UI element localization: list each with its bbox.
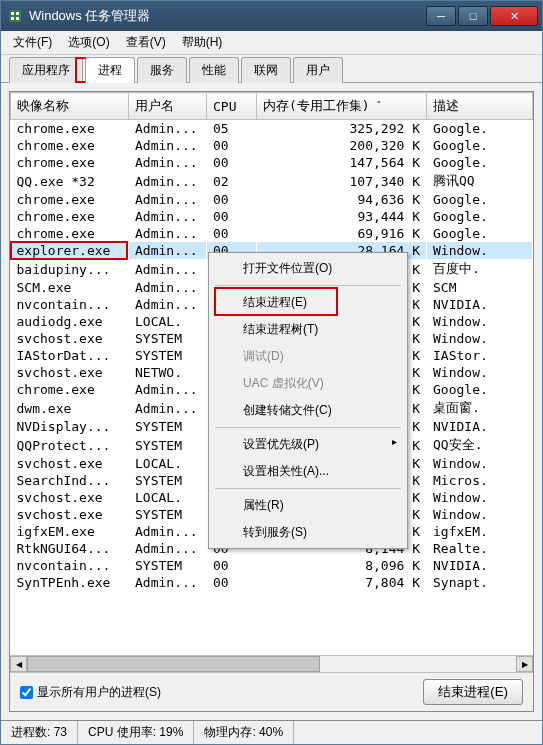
- table-row[interactable]: chrome.exeAdmin...0094,636 KGoogle.: [11, 191, 533, 208]
- cell-image: nvcontain...: [11, 557, 129, 574]
- ctx-debug: 调试(D): [211, 343, 405, 370]
- cell-image: dwm.exe: [11, 398, 129, 418]
- menu-options[interactable]: 选项(O): [60, 31, 117, 54]
- cell-desc: Window.: [427, 489, 533, 506]
- tab-users[interactable]: 用户: [293, 57, 343, 83]
- menu-file[interactable]: 文件(F): [5, 31, 60, 54]
- cell-image: svchost.exe: [11, 489, 129, 506]
- cell-image: chrome.exe: [11, 381, 129, 398]
- scroll-track[interactable]: [27, 656, 516, 672]
- tab-services[interactable]: 服务: [137, 57, 187, 83]
- show-all-users-label[interactable]: 显示所有用户的进程(S): [20, 684, 161, 701]
- ctx-affinity[interactable]: 设置相关性(A)...: [211, 458, 405, 485]
- tab-networking[interactable]: 联网: [241, 57, 291, 83]
- ctx-properties[interactable]: 属性(R): [211, 492, 405, 519]
- cell-user: SYSTEM: [129, 347, 207, 364]
- cell-mem: 8,096 K: [257, 557, 427, 574]
- ctx-end-process[interactable]: 结束进程(E): [211, 289, 405, 316]
- ctx-priority[interactable]: 设置优先级(P): [211, 431, 405, 458]
- scroll-thumb[interactable]: [27, 656, 320, 672]
- cell-image: audiodg.exe: [11, 313, 129, 330]
- ctx-create-dump[interactable]: 创建转储文件(C): [211, 397, 405, 424]
- cell-desc: NVIDIA.: [427, 557, 533, 574]
- cell-user: Admin...: [129, 208, 207, 225]
- cell-mem: 94,636 K: [257, 191, 427, 208]
- cell-user: Admin...: [129, 259, 207, 279]
- menu-view[interactable]: 查看(V): [118, 31, 174, 54]
- close-button[interactable]: ✕: [490, 6, 538, 26]
- col-description[interactable]: 描述: [427, 93, 533, 120]
- scroll-left-icon[interactable]: ◀: [10, 656, 27, 672]
- minimize-button[interactable]: ─: [426, 6, 456, 26]
- cell-user: Admin...: [129, 540, 207, 557]
- cell-image: nvcontain...: [11, 296, 129, 313]
- ctx-open-location[interactable]: 打开文件位置(O): [211, 255, 405, 282]
- content-panel: 映像名称 用户名 CPU 内存(专用工作集) 描述 chrome.exeAdmi…: [9, 91, 534, 712]
- cell-desc: NVIDIA.: [427, 296, 533, 313]
- show-all-users-text: 显示所有用户的进程(S): [37, 684, 161, 701]
- menu-help[interactable]: 帮助(H): [174, 31, 231, 54]
- table-row[interactable]: chrome.exeAdmin...0093,444 KGoogle.: [11, 208, 533, 225]
- cell-desc: Google.: [427, 137, 533, 154]
- cell-desc: IAStor.: [427, 347, 533, 364]
- table-row[interactable]: chrome.exeAdmin...0069,916 KGoogle.: [11, 225, 533, 242]
- table-row[interactable]: chrome.exeAdmin...00200,320 KGoogle.: [11, 137, 533, 154]
- cell-image: chrome.exe: [11, 225, 129, 242]
- table-row[interactable]: chrome.exeAdmin...00147,564 KGoogle.: [11, 154, 533, 171]
- tab-applications[interactable]: 应用程序: [9, 57, 83, 83]
- show-all-users-checkbox[interactable]: [20, 686, 33, 699]
- ctx-end-tree[interactable]: 结束进程树(T): [211, 316, 405, 343]
- process-table-wrap[interactable]: 映像名称 用户名 CPU 内存(专用工作集) 描述 chrome.exeAdmi…: [10, 92, 533, 655]
- status-cpu-usage: CPU 使用率: 19%: [78, 721, 194, 744]
- tab-processes[interactable]: 进程: [85, 57, 135, 83]
- tab-performance[interactable]: 性能: [189, 57, 239, 83]
- cell-desc: Google.: [427, 381, 533, 398]
- status-memory-usage: 物理内存: 40%: [194, 721, 294, 744]
- cell-desc: igfxEM.: [427, 523, 533, 540]
- cell-cpu: 00: [207, 137, 257, 154]
- col-cpu[interactable]: CPU: [207, 93, 257, 120]
- cell-desc: 桌面窗.: [427, 398, 533, 418]
- cell-mem: 93,444 K: [257, 208, 427, 225]
- cell-user: Admin...: [129, 154, 207, 171]
- maximize-button[interactable]: □: [458, 6, 488, 26]
- cell-user: Admin...: [129, 398, 207, 418]
- separator: [215, 285, 401, 286]
- cell-image: chrome.exe: [11, 154, 129, 171]
- cell-desc: Realte.: [427, 540, 533, 557]
- cell-cpu: 05: [207, 120, 257, 138]
- cell-desc: Google.: [427, 225, 533, 242]
- col-user[interactable]: 用户名: [129, 93, 207, 120]
- cell-mem: 7,804 K: [257, 574, 427, 591]
- separator: [215, 427, 401, 428]
- titlebar[interactable]: Windows 任务管理器 ─ □ ✕: [1, 1, 542, 31]
- table-row[interactable]: chrome.exeAdmin...05325,292 KGoogle.: [11, 120, 533, 138]
- cell-image: svchost.exe: [11, 364, 129, 381]
- cell-desc: Window.: [427, 364, 533, 381]
- table-row[interactable]: QQ.exe *32Admin...02107,340 K腾讯QQ: [11, 171, 533, 191]
- ctx-goto-services[interactable]: 转到服务(S): [211, 519, 405, 546]
- svg-rect-0: [9, 10, 21, 22]
- cell-cpu: 00: [207, 574, 257, 591]
- cell-image: RtkNGUI64...: [11, 540, 129, 557]
- cell-user: Admin...: [129, 296, 207, 313]
- cell-user: SYSTEM: [129, 435, 207, 455]
- cell-desc: Synapt.: [427, 574, 533, 591]
- ctx-uac: UAC 虚拟化(V): [211, 370, 405, 397]
- cell-image: explorer.exe: [11, 242, 129, 259]
- horizontal-scrollbar[interactable]: ◀ ▶: [10, 655, 533, 672]
- end-process-button[interactable]: 结束进程(E): [423, 679, 523, 705]
- scroll-right-icon[interactable]: ▶: [516, 656, 533, 672]
- cell-user: LOCAL.: [129, 455, 207, 472]
- cell-mem: 107,340 K: [257, 171, 427, 191]
- cell-cpu: 02: [207, 171, 257, 191]
- cell-desc: 百度中.: [427, 259, 533, 279]
- cell-image: QQ.exe *32: [11, 171, 129, 191]
- cell-cpu: 00: [207, 191, 257, 208]
- table-row[interactable]: SynTPEnh.exeAdmin...007,804 KSynapt.: [11, 574, 533, 591]
- statusbar: 进程数: 73 CPU 使用率: 19% 物理内存: 40%: [1, 720, 542, 744]
- col-memory[interactable]: 内存(专用工作集): [257, 93, 427, 120]
- table-row[interactable]: nvcontain...SYSTEM008,096 KNVIDIA.: [11, 557, 533, 574]
- col-image[interactable]: 映像名称: [11, 93, 129, 120]
- cell-user: LOCAL.: [129, 489, 207, 506]
